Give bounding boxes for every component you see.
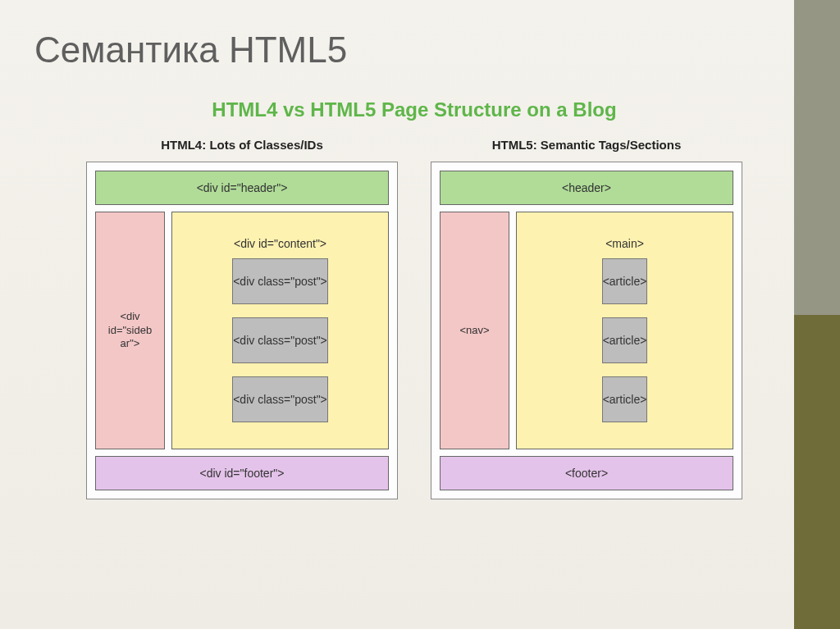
html4-sidebar-block: <div id="sideb ar"> xyxy=(95,212,165,449)
html5-nav-block: <nav> xyxy=(440,212,509,449)
html5-main-label: <main> xyxy=(605,235,644,252)
html5-mid-row: <nav> <main> <article> <article> <articl… xyxy=(440,212,733,449)
html4-content-label: <div id="content"> xyxy=(234,235,326,252)
html4-post-block: <div class="post"> xyxy=(232,258,328,304)
html5-footer-block: <footer> xyxy=(440,456,733,490)
html4-footer-block: <div id="footer"> xyxy=(95,456,389,490)
html4-content-block: <div id="content"> <div class="post"> <d… xyxy=(171,212,389,449)
decorative-stripe xyxy=(794,0,840,629)
stripe-gray xyxy=(794,0,840,315)
html5-article-block: <article> xyxy=(602,376,648,422)
html4-heading: HTML4: Lots of Classes/IDs xyxy=(86,138,398,152)
html4-post-block: <div class="post"> xyxy=(232,317,328,363)
html5-column: HTML5: Semantic Tags/Sections <header> <… xyxy=(431,138,742,499)
slide-title: Семантика HTML5 xyxy=(34,30,347,71)
html4-column: HTML4: Lots of Classes/IDs <div id="head… xyxy=(86,138,398,499)
comparison-figure: HTML4 vs HTML5 Page Structure on a Blog … xyxy=(74,98,755,499)
comparison-title: HTML4 vs HTML5 Page Structure on a Blog xyxy=(74,98,755,121)
html4-header-block: <div id="header"> xyxy=(95,171,389,205)
html5-layout: <header> <nav> <main> <article> <article… xyxy=(431,162,742,499)
html5-article-block: <article> xyxy=(602,258,648,304)
html5-article-block: <article> xyxy=(602,317,648,363)
html4-mid-row: <div id="sideb ar"> <div id="content"> <… xyxy=(95,212,389,449)
html5-main-block: <main> <article> <article> <article> xyxy=(516,212,733,449)
columns: HTML4: Lots of Classes/IDs <div id="head… xyxy=(74,138,755,499)
stripe-olive xyxy=(794,315,840,630)
html4-layout: <div id="header"> <div id="sideb ar"> <d… xyxy=(86,162,398,499)
html5-header-block: <header> xyxy=(440,171,733,205)
html4-post-block: <div class="post"> xyxy=(232,376,328,422)
html5-heading: HTML5: Semantic Tags/Sections xyxy=(431,138,742,152)
